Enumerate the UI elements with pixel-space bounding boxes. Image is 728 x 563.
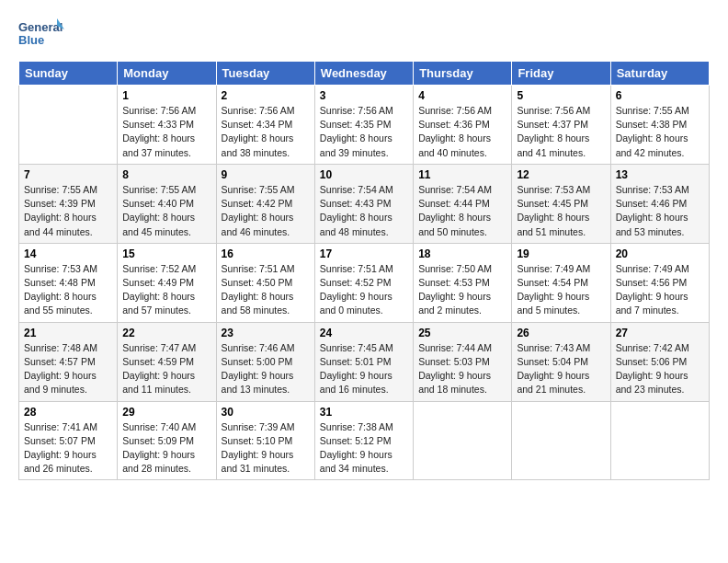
- day-info: Sunrise: 7:54 AMSunset: 4:43 PMDaylight:…: [320, 184, 393, 237]
- day-number: 20: [616, 247, 704, 260]
- day-cell: 3 Sunrise: 7:56 AMSunset: 4:35 PMDayligh…: [314, 86, 413, 165]
- day-number: 14: [24, 247, 112, 260]
- col-header-monday: Monday: [118, 62, 216, 86]
- day-number: 10: [320, 168, 408, 181]
- day-number: 25: [418, 327, 506, 339]
- day-cell: 19 Sunrise: 7:49 AMSunset: 4:54 PMDaylig…: [512, 243, 610, 322]
- svg-text:General: General: [18, 20, 63, 34]
- day-number: 9: [222, 168, 310, 181]
- col-header-friday: Friday: [512, 62, 610, 86]
- week-row-3: 14 Sunrise: 7:53 AMSunset: 4:48 PMDaylig…: [19, 243, 710, 322]
- col-header-sunday: Sunday: [19, 62, 118, 86]
- day-info: Sunrise: 7:41 AMSunset: 5:07 PMDaylight:…: [24, 421, 97, 475]
- day-info: Sunrise: 7:51 AMSunset: 4:50 PMDaylight:…: [222, 263, 295, 316]
- day-info: Sunrise: 7:53 AMSunset: 4:45 PMDaylight:…: [517, 184, 590, 237]
- day-number: 2: [222, 89, 310, 102]
- logo-svg: General Blue: [18, 17, 64, 52]
- day-number: 15: [122, 247, 210, 260]
- day-cell: 8 Sunrise: 7:55 AMSunset: 4:40 PMDayligh…: [118, 164, 216, 243]
- col-header-tuesday: Tuesday: [216, 62, 314, 86]
- day-info: Sunrise: 7:38 AMSunset: 5:12 PMDaylight:…: [320, 421, 393, 475]
- day-cell: 29 Sunrise: 7:40 AMSunset: 5:09 PMDaylig…: [118, 401, 216, 480]
- day-cell: 15 Sunrise: 7:52 AMSunset: 4:49 PMDaylig…: [118, 243, 216, 322]
- day-number: 23: [222, 327, 310, 339]
- day-info: Sunrise: 7:56 AMSunset: 4:35 PMDaylight:…: [320, 105, 393, 158]
- day-number: 21: [24, 327, 112, 339]
- day-info: Sunrise: 7:49 AMSunset: 4:54 PMDaylight:…: [517, 263, 590, 316]
- day-info: Sunrise: 7:53 AMSunset: 4:48 PMDaylight:…: [24, 263, 97, 316]
- day-number: 7: [24, 168, 112, 181]
- day-info: Sunrise: 7:50 AMSunset: 4:53 PMDaylight:…: [418, 263, 492, 316]
- week-row-2: 7 Sunrise: 7:55 AMSunset: 4:39 PMDayligh…: [19, 164, 710, 243]
- day-number: 5: [517, 89, 605, 102]
- day-cell: 24 Sunrise: 7:45 AMSunset: 5:01 PMDaylig…: [314, 322, 413, 401]
- day-number: 11: [418, 168, 506, 181]
- day-cell: [512, 401, 610, 480]
- day-info: Sunrise: 7:43 AMSunset: 5:04 PMDaylight:…: [517, 342, 590, 396]
- day-cell: 21 Sunrise: 7:48 AMSunset: 4:57 PMDaylig…: [19, 322, 118, 401]
- day-number: 8: [122, 168, 210, 181]
- week-row-5: 28 Sunrise: 7:41 AMSunset: 5:07 PMDaylig…: [19, 401, 710, 480]
- day-cell: [610, 401, 709, 480]
- day-cell: 6 Sunrise: 7:55 AMSunset: 4:38 PMDayligh…: [610, 86, 709, 165]
- header: General Blue: [18, 17, 710, 52]
- day-number: 27: [616, 327, 704, 339]
- day-cell: 30 Sunrise: 7:39 AMSunset: 5:10 PMDaylig…: [216, 401, 314, 480]
- col-header-thursday: Thursday: [414, 62, 512, 86]
- day-number: 30: [222, 406, 310, 419]
- day-info: Sunrise: 7:47 AMSunset: 4:59 PMDaylight:…: [122, 342, 196, 396]
- day-info: Sunrise: 7:55 AMSunset: 4:42 PMDaylight:…: [222, 184, 295, 237]
- day-info: Sunrise: 7:40 AMSunset: 5:09 PMDaylight:…: [122, 421, 196, 475]
- day-number: 24: [320, 327, 408, 339]
- day-cell: 5 Sunrise: 7:56 AMSunset: 4:37 PMDayligh…: [512, 86, 610, 165]
- day-info: Sunrise: 7:42 AMSunset: 5:06 PMDaylight:…: [616, 342, 689, 396]
- day-info: Sunrise: 7:56 AMSunset: 4:33 PMDaylight:…: [122, 105, 196, 158]
- day-cell: 2 Sunrise: 7:56 AMSunset: 4:34 PMDayligh…: [216, 86, 314, 165]
- day-number: 4: [418, 89, 506, 102]
- page: General Blue SundayMondayTuesdayWednesda…: [0, 0, 728, 563]
- day-cell: 14 Sunrise: 7:53 AMSunset: 4:48 PMDaylig…: [19, 243, 118, 322]
- day-number: 19: [517, 247, 605, 260]
- day-cell: 23 Sunrise: 7:46 AMSunset: 5:00 PMDaylig…: [216, 322, 314, 401]
- day-cell: 22 Sunrise: 7:47 AMSunset: 4:59 PMDaylig…: [118, 322, 216, 401]
- day-info: Sunrise: 7:56 AMSunset: 4:34 PMDaylight:…: [222, 105, 295, 158]
- day-cell: 16 Sunrise: 7:51 AMSunset: 4:50 PMDaylig…: [216, 243, 314, 322]
- day-number: 13: [616, 168, 704, 181]
- day-cell: 9 Sunrise: 7:55 AMSunset: 4:42 PMDayligh…: [216, 164, 314, 243]
- day-info: Sunrise: 7:56 AMSunset: 4:37 PMDaylight:…: [517, 105, 590, 158]
- day-info: Sunrise: 7:56 AMSunset: 4:36 PMDaylight:…: [418, 105, 492, 158]
- day-cell: [414, 401, 512, 480]
- week-row-1: 1 Sunrise: 7:56 AMSunset: 4:33 PMDayligh…: [19, 86, 710, 165]
- day-cell: 28 Sunrise: 7:41 AMSunset: 5:07 PMDaylig…: [19, 401, 118, 480]
- day-number: 3: [320, 89, 408, 102]
- day-cell: 7 Sunrise: 7:55 AMSunset: 4:39 PMDayligh…: [19, 164, 118, 243]
- day-info: Sunrise: 7:54 AMSunset: 4:44 PMDaylight:…: [418, 184, 492, 237]
- day-cell: 1 Sunrise: 7:56 AMSunset: 4:33 PMDayligh…: [118, 86, 216, 165]
- day-number: 16: [222, 247, 310, 260]
- day-number: 17: [320, 247, 408, 260]
- day-number: 31: [320, 406, 408, 419]
- day-number: 22: [122, 327, 210, 339]
- day-info: Sunrise: 7:45 AMSunset: 5:01 PMDaylight:…: [320, 342, 393, 396]
- logo: General Blue: [18, 17, 64, 52]
- day-cell: 26 Sunrise: 7:43 AMSunset: 5:04 PMDaylig…: [512, 322, 610, 401]
- day-number: 29: [122, 406, 210, 419]
- day-info: Sunrise: 7:55 AMSunset: 4:39 PMDaylight:…: [24, 184, 97, 237]
- day-cell: 13 Sunrise: 7:53 AMSunset: 4:46 PMDaylig…: [610, 164, 709, 243]
- day-info: Sunrise: 7:53 AMSunset: 4:46 PMDaylight:…: [616, 184, 689, 237]
- day-number: 6: [616, 89, 704, 102]
- day-cell: 10 Sunrise: 7:54 AMSunset: 4:43 PMDaylig…: [314, 164, 413, 243]
- day-cell: 27 Sunrise: 7:42 AMSunset: 5:06 PMDaylig…: [610, 322, 709, 401]
- day-info: Sunrise: 7:55 AMSunset: 4:40 PMDaylight:…: [122, 184, 196, 237]
- day-info: Sunrise: 7:46 AMSunset: 5:00 PMDaylight:…: [222, 342, 295, 396]
- day-cell: 12 Sunrise: 7:53 AMSunset: 4:45 PMDaylig…: [512, 164, 610, 243]
- svg-text:Blue: Blue: [18, 33, 44, 47]
- day-info: Sunrise: 7:51 AMSunset: 4:52 PMDaylight:…: [320, 263, 393, 316]
- col-header-saturday: Saturday: [610, 62, 709, 86]
- day-info: Sunrise: 7:55 AMSunset: 4:38 PMDaylight:…: [616, 105, 689, 158]
- day-info: Sunrise: 7:52 AMSunset: 4:49 PMDaylight:…: [122, 263, 196, 316]
- day-cell: 17 Sunrise: 7:51 AMSunset: 4:52 PMDaylig…: [314, 243, 413, 322]
- day-number: 18: [418, 247, 506, 260]
- day-number: 1: [122, 89, 210, 102]
- day-info: Sunrise: 7:49 AMSunset: 4:56 PMDaylight:…: [616, 263, 689, 316]
